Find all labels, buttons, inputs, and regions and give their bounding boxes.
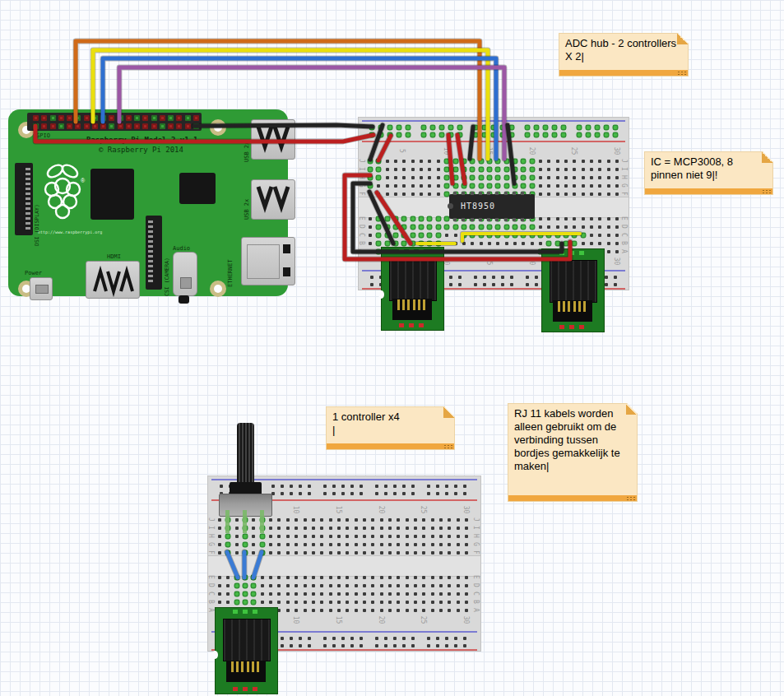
breadboard-hole[interactable] <box>386 193 389 196</box>
breadboard-hole[interactable] <box>598 225 601 229</box>
breadboard-hole[interactable] <box>304 592 307 596</box>
breadboard-hole[interactable] <box>226 543 230 546</box>
breadboard-hole[interactable] <box>463 637 466 640</box>
breadboard-hole[interactable] <box>488 225 491 229</box>
breadboard-hole[interactable] <box>437 225 440 229</box>
breadboard-hole[interactable] <box>457 543 460 546</box>
breadboard-hole[interactable] <box>422 601 425 604</box>
breadboard-hole[interactable] <box>235 592 239 596</box>
breadboard-hole[interactable] <box>312 584 315 587</box>
breadboard-hole[interactable] <box>386 176 389 179</box>
breadboard-hole[interactable] <box>522 176 525 179</box>
gpio-pin[interactable] <box>176 123 182 129</box>
breadboard-hole[interactable] <box>420 225 423 229</box>
breadboard-hole[interactable] <box>397 126 401 129</box>
breadboard-hole[interactable] <box>607 184 610 188</box>
breadboard-hole[interactable] <box>431 133 434 137</box>
breadboard-hole[interactable] <box>539 217 542 220</box>
breadboard-hole[interactable] <box>329 518 332 522</box>
breadboard-hole[interactable] <box>277 551 281 554</box>
breadboard-hole[interactable] <box>414 518 417 522</box>
breadboard-hole[interactable] <box>556 193 559 196</box>
breadboard-hole[interactable] <box>380 601 383 604</box>
breadboard-hole[interactable] <box>480 176 483 179</box>
breadboard-hole[interactable] <box>428 193 431 196</box>
breadboard-hole[interactable] <box>320 576 323 579</box>
breadboard-hole[interactable] <box>346 535 349 538</box>
breadboard-hole[interactable] <box>355 551 358 554</box>
breadboard-hole[interactable] <box>590 168 593 171</box>
gpio-pin[interactable] <box>134 115 140 121</box>
rj11-module-bottom[interactable] <box>215 607 278 694</box>
breadboard-hole[interactable] <box>510 126 513 129</box>
breadboard-hole[interactable] <box>427 492 430 495</box>
gpio-pin[interactable] <box>92 123 98 129</box>
breadboard-hole[interactable] <box>370 283 373 286</box>
breadboard-hole[interactable] <box>323 492 327 495</box>
breadboard-hole[interactable] <box>312 601 315 604</box>
breadboard-hole[interactable] <box>360 492 363 495</box>
breadboard-hole[interactable] <box>564 193 568 196</box>
breadboard-hole[interactable] <box>544 133 547 137</box>
breadboard-hole[interactable] <box>445 225 448 229</box>
breadboard-hole[interactable] <box>304 535 307 538</box>
breadboard-hole[interactable] <box>471 242 474 245</box>
breadboard-hole[interactable] <box>277 584 281 587</box>
breadboard-hole[interactable] <box>369 234 372 237</box>
breadboard-hole[interactable] <box>397 527 400 530</box>
breadboard-hole[interactable] <box>411 637 415 640</box>
breadboard-hole[interactable] <box>360 485 363 488</box>
breadboard-hole[interactable] <box>411 644 415 647</box>
breadboard-hole[interactable] <box>465 527 468 530</box>
breadboard-hole[interactable] <box>445 168 448 171</box>
breadboard-hole[interactable] <box>420 234 423 237</box>
breadboard-hole[interactable] <box>388 126 392 129</box>
gpio-pin[interactable] <box>160 115 165 121</box>
breadboard-hole[interactable] <box>607 168 610 171</box>
breadboard-hole[interactable] <box>384 485 387 488</box>
breadboard-hole[interactable] <box>290 637 293 640</box>
breadboard-hole[interactable] <box>304 584 307 587</box>
breadboard-hole[interactable] <box>439 527 443 530</box>
gpio-pin[interactable] <box>67 123 72 129</box>
breadboard-hole[interactable] <box>290 485 293 488</box>
gpio-header[interactable] <box>27 113 202 131</box>
breadboard-hole[interactable] <box>299 492 302 495</box>
breadboard-hole[interactable] <box>271 485 275 488</box>
breadboard-hole[interactable] <box>598 160 601 163</box>
breadboard-hole[interactable] <box>573 217 576 220</box>
potentiometer[interactable] <box>217 423 271 533</box>
breadboard-hole[interactable] <box>531 225 534 229</box>
breadboard-hole[interactable] <box>582 242 585 245</box>
breadboard-hole[interactable] <box>320 551 323 554</box>
sticky-note-rj11-cables[interactable]: RJ 11 kabels worden alleen gebruikt om d… <box>508 403 638 502</box>
breadboard-hole[interactable] <box>496 168 499 171</box>
breadboard-hole[interactable] <box>286 518 290 522</box>
breadboard-hole[interactable] <box>505 168 508 171</box>
breadboard-hole[interactable] <box>329 535 332 538</box>
breadboard-hole[interactable] <box>422 543 425 546</box>
breadboard-hole[interactable] <box>371 535 374 538</box>
note-resize-grip-icon[interactable] <box>443 444 452 448</box>
note-text[interactable]: RJ 11 kabels worden alleen gebruikt om d… <box>508 404 637 495</box>
breadboard-hole[interactable] <box>329 609 332 612</box>
breadboard-hole[interactable] <box>445 492 448 495</box>
breadboard-hole[interactable] <box>320 535 323 538</box>
breadboard-hole[interactable] <box>369 168 372 171</box>
breadboard-hole[interactable] <box>463 485 466 488</box>
breadboard-hole[interactable] <box>346 584 349 587</box>
breadboard-hole[interactable] <box>573 193 576 196</box>
breadboard-hole[interactable] <box>277 609 281 612</box>
breadboard-hole[interactable] <box>488 168 491 171</box>
breadboard-hole[interactable] <box>406 609 409 612</box>
breadboard-hole[interactable] <box>614 283 617 286</box>
breadboard-hole[interactable] <box>614 133 617 137</box>
breadboard-hole[interactable] <box>332 492 336 495</box>
breadboard-hole[interactable] <box>615 193 619 196</box>
breadboard-hole[interactable] <box>465 543 468 546</box>
breadboard-hole[interactable] <box>615 184 619 188</box>
breadboard-hole[interactable] <box>346 576 349 579</box>
breadboard-hole[interactable] <box>371 601 374 604</box>
breadboard-hole[interactable] <box>218 601 221 604</box>
breadboard-hole[interactable] <box>320 601 323 604</box>
